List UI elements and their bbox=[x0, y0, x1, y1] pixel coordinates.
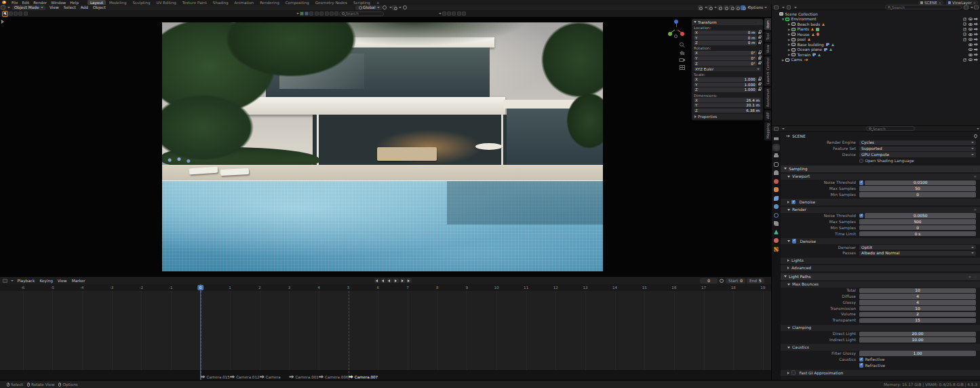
workspace-tab[interactable]: Shading bbox=[210, 0, 231, 5]
n-panel-tab[interactable]: View bbox=[764, 43, 771, 55]
rotation-mode-dropdown[interactable]: XYZ Euler bbox=[694, 66, 761, 71]
outliner-row[interactable]: ▼ Environment bbox=[772, 17, 980, 22]
r-denoise-checkbox[interactable] bbox=[792, 239, 796, 243]
camera-marker[interactable]: Camera.001 bbox=[289, 375, 318, 379]
properties-tab-icon[interactable] bbox=[774, 204, 779, 209]
workspace-tab[interactable]: Sculpting bbox=[130, 0, 153, 5]
workspace-tab[interactable]: Modeling bbox=[106, 0, 129, 5]
blender-logo-icon[interactable] bbox=[2, 1, 6, 4]
bounce-slider[interactable]: 10 bbox=[859, 306, 976, 311]
bounce-slider[interactable]: 4 bbox=[859, 294, 976, 298]
axis-negz-handle[interactable] bbox=[674, 35, 678, 38]
properties-tab-icon[interactable] bbox=[774, 162, 779, 167]
location-field[interactable]: Z0 m bbox=[694, 41, 757, 45]
passes-dropdown[interactable]: Albedo and Normal bbox=[859, 251, 976, 256]
expand-arrow[interactable]: ▶ bbox=[787, 48, 791, 52]
r-denoise-header[interactable]: Denoise bbox=[781, 238, 980, 244]
hide-eye-icon[interactable] bbox=[968, 23, 973, 26]
toolbar-expand-arrow[interactable] bbox=[1, 20, 4, 24]
r-time-slider[interactable]: 0 s bbox=[859, 231, 976, 236]
properties-search-input[interactable] bbox=[873, 127, 913, 131]
camera-view-icon[interactable] bbox=[679, 57, 686, 63]
current-frame-field[interactable]: 0 bbox=[700, 278, 718, 284]
workspace-tab[interactable]: Layout bbox=[87, 0, 106, 5]
workspace-tab[interactable]: Rendering bbox=[257, 0, 282, 5]
object-types-icon-5[interactable] bbox=[319, 12, 324, 16]
jump-to-end-button[interactable] bbox=[406, 278, 412, 283]
options-dropdown[interactable]: Options bbox=[748, 5, 767, 9]
timeline-menu-item[interactable]: Keying bbox=[37, 279, 55, 283]
hide-eye-icon[interactable] bbox=[968, 18, 973, 20]
dimension-field[interactable]: Z6.38 m bbox=[694, 109, 761, 113]
render-engine-dropdown[interactable]: Cycles bbox=[859, 140, 976, 145]
n-panel-tab[interactable]: ABP bbox=[764, 110, 771, 121]
properties-tab-icon[interactable] bbox=[774, 170, 779, 175]
expand-arrow[interactable]: ▶ bbox=[787, 22, 791, 26]
hide-eye-icon[interactable] bbox=[968, 54, 973, 56]
play-reverse-button[interactable] bbox=[387, 278, 392, 283]
play-button[interactable] bbox=[393, 278, 399, 283]
current-frame-badge[interactable]: 0 bbox=[197, 285, 204, 290]
outliner-row[interactable]: ▶ Plants bbox=[772, 27, 980, 33]
exclude-checkbox[interactable] bbox=[963, 28, 966, 31]
workspace-tab[interactable]: Texture Paint bbox=[180, 0, 210, 5]
snap-caret[interactable] bbox=[399, 7, 401, 8]
camera-marker[interactable]: Camera.007 bbox=[349, 375, 378, 379]
menu-item[interactable]: Render bbox=[31, 1, 49, 5]
outliner-row[interactable]: ▶ Cams bbox=[772, 58, 980, 63]
snap-magnet-icon[interactable] bbox=[392, 5, 397, 10]
object-types-icon-4[interactable] bbox=[315, 12, 319, 16]
prev-keyframe-button[interactable] bbox=[380, 278, 386, 283]
viewport-search[interactable] bbox=[339, 12, 384, 16]
expand-arrow[interactable]: ▶ bbox=[787, 33, 791, 36]
lock-icon[interactable] bbox=[758, 52, 761, 54]
disable-render-icon[interactable] bbox=[974, 28, 978, 31]
outliner-row[interactable]: ▶ House bbox=[772, 32, 980, 37]
viewlayer-selector[interactable]: ViewLayer × bbox=[946, 1, 978, 5]
lock-icon[interactable] bbox=[758, 42, 761, 44]
frame-end-field[interactable]: End5 bbox=[747, 278, 764, 284]
pivot-point-icon[interactable] bbox=[383, 5, 387, 9]
clamping-header[interactable]: Clamping bbox=[781, 325, 980, 331]
outliner-row[interactable]: ▶ Terrain bbox=[772, 52, 980, 58]
workspace-tab[interactable]: + bbox=[374, 0, 383, 5]
properties-search[interactable] bbox=[866, 126, 915, 131]
disable-render-icon[interactable] bbox=[974, 53, 978, 56]
hide-eye-icon[interactable] bbox=[968, 33, 973, 36]
auto-keying-icon[interactable] bbox=[720, 279, 724, 283]
next-keyframe-button[interactable] bbox=[400, 278, 406, 283]
overlays-toggle-icon[interactable] bbox=[707, 5, 712, 10]
menu-item[interactable]: Help bbox=[68, 1, 81, 5]
menu-item[interactable]: File bbox=[9, 1, 20, 5]
xray-toggle-icon[interactable] bbox=[718, 5, 722, 10]
fast-gi-header[interactable]: Fast GI Approximation bbox=[781, 370, 980, 376]
timeline-ruler[interactable]: -6-5-4-3-2-11234567891011121314151617181… bbox=[0, 284, 771, 291]
scale-field[interactable]: X1.000 bbox=[694, 77, 757, 82]
clamp-slider[interactable]: 10.00 bbox=[859, 337, 976, 342]
filter-funnel-icon[interactable] bbox=[964, 5, 968, 9]
scale-field[interactable]: Z1.000 bbox=[694, 88, 757, 92]
lock-icon[interactable] bbox=[758, 37, 761, 39]
overlay-icon-2[interactable] bbox=[447, 12, 451, 16]
n-panel-tab[interactable]: Launch Control bbox=[764, 56, 771, 86]
vp-min-slider[interactable]: 0 bbox=[859, 192, 976, 197]
properties-tab-icon[interactable] bbox=[774, 179, 779, 184]
rotation-field[interactable]: X0° bbox=[694, 51, 757, 56]
light-paths-section-header[interactable]: Light Paths≡ :: bbox=[781, 273, 980, 280]
properties-tab-icon[interactable] bbox=[774, 230, 779, 235]
navigation-gizmo[interactable] bbox=[666, 20, 686, 40]
vp-noise-checkbox[interactable] bbox=[859, 180, 863, 185]
r-noise-checkbox[interactable] bbox=[859, 214, 863, 218]
vp-denoise-header[interactable]: Denoise bbox=[781, 199, 980, 205]
timeline-menu-item[interactable]: Marker bbox=[69, 279, 87, 283]
filter-caret[interactable] bbox=[971, 7, 973, 8]
bounce-slider[interactable]: 2 bbox=[859, 312, 976, 317]
dimension-field[interactable]: Y20.1 m bbox=[694, 103, 761, 108]
editor-type-icon[interactable] bbox=[1, 5, 5, 9]
object-types-curve-icon[interactable] bbox=[305, 12, 309, 16]
properties-editor-icon[interactable] bbox=[774, 127, 779, 131]
object-types-icon-8[interactable] bbox=[334, 12, 338, 16]
overlay-icon-4[interactable] bbox=[457, 12, 461, 16]
bounce-slider[interactable]: 15 bbox=[859, 318, 976, 323]
viewport-canvas[interactable]: Transform:: Location: X0 mY0 mZ0 m Rotat… bbox=[0, 17, 771, 276]
